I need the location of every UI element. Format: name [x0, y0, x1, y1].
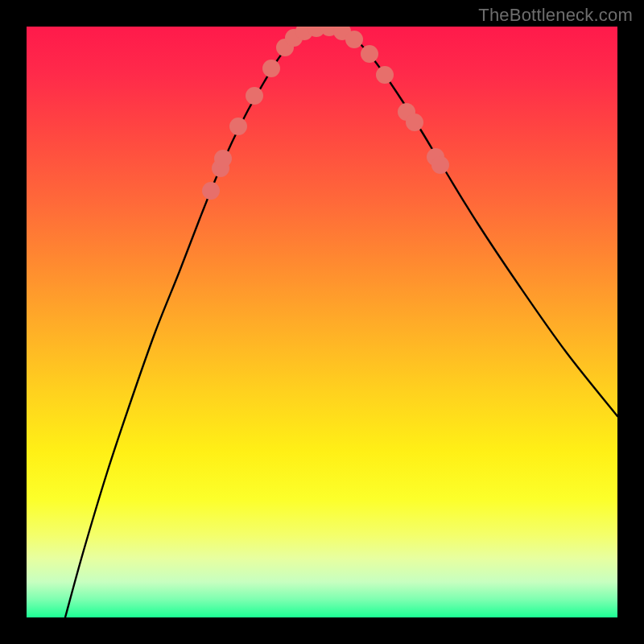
data-point [361, 45, 378, 63]
data-point [202, 182, 220, 200]
plot-area [27, 27, 617, 617]
watermark-text: TheBottleneck.com [478, 5, 633, 26]
data-point-group [202, 27, 449, 200]
data-point [431, 156, 449, 174]
data-point [406, 114, 423, 131]
curve-layer [27, 27, 617, 617]
data-point [345, 31, 363, 48]
bottleneck-curve [65, 27, 617, 617]
data-point [262, 60, 280, 77]
data-point [229, 118, 247, 135]
data-point [214, 150, 232, 167]
data-point [376, 66, 394, 84]
data-point [246, 87, 263, 105]
chart-stage: TheBottleneck.com [0, 0, 644, 644]
